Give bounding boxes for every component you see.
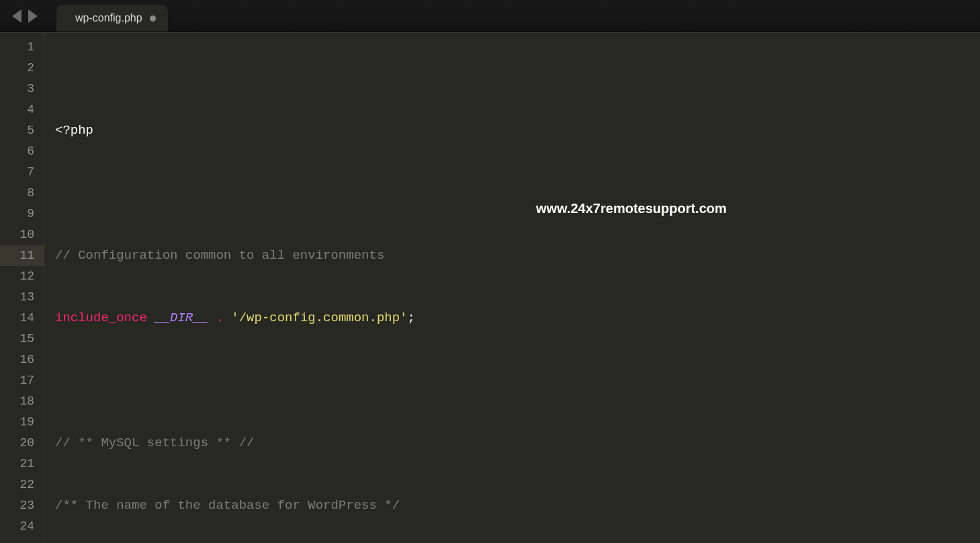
- line-number: 9: [0, 204, 44, 224]
- code-line: // ** MySQL settings ** //: [55, 433, 980, 454]
- code-line: [55, 183, 980, 204]
- line-number: 13: [0, 287, 44, 308]
- line-number: 2: [0, 58, 44, 79]
- line-number: 18: [0, 391, 44, 412]
- line-number: 14: [0, 308, 44, 329]
- line-number: 15: [0, 329, 44, 349]
- nav-forward-icon[interactable]: [28, 9, 38, 23]
- line-number: 17: [0, 370, 44, 391]
- nav-back-icon[interactable]: [12, 9, 21, 23]
- tab-bar: wp-config.php: [50, 0, 168, 32]
- code-area[interactable]: www.24x7remotesupport.com <?php // Confi…: [44, 33, 980, 543]
- line-number: 5: [0, 120, 44, 141]
- line-number: 24: [0, 516, 44, 537]
- unsaved-dot-icon: [150, 15, 156, 22]
- line-number: 10: [0, 224, 44, 245]
- line-number: 23: [0, 495, 44, 516]
- line-number: 6: [0, 141, 44, 162]
- editor-window: wp-config.php 12345678910111213141516171…: [0, 0, 980, 543]
- code-line: /** The name of the database for WordPre…: [55, 495, 980, 516]
- titlebar: wp-config.php: [0, 0, 980, 32]
- line-number: 8: [0, 183, 44, 204]
- file-tab-label: wp-config.php: [75, 12, 142, 24]
- code-line: <?php: [55, 120, 980, 141]
- code-line: // Configuration common to all environme…: [55, 245, 980, 266]
- file-tab[interactable]: wp-config.php: [56, 5, 168, 32]
- line-number: 20: [0, 433, 44, 454]
- line-number: 11: [0, 245, 44, 266]
- code-line: [55, 370, 980, 391]
- line-number: 19: [0, 412, 44, 433]
- line-number: 12: [0, 266, 44, 287]
- code-line: include_once __DIR__ . '/wp-config.commo…: [55, 308, 980, 329]
- line-number-gutter: 123456789101112131415161718192021222324: [0, 33, 44, 543]
- minimap[interactable]: [977, 33, 980, 543]
- nav-arrows: [0, 9, 50, 23]
- line-number: 3: [0, 79, 44, 99]
- line-number: 7: [0, 162, 44, 183]
- line-number: 21: [0, 454, 44, 474]
- line-number: 4: [0, 99, 44, 120]
- line-number: 16: [0, 349, 44, 370]
- editor-area: 123456789101112131415161718192021222324 …: [0, 32, 980, 543]
- line-number: 1: [0, 37, 44, 58]
- line-number: 22: [0, 474, 44, 495]
